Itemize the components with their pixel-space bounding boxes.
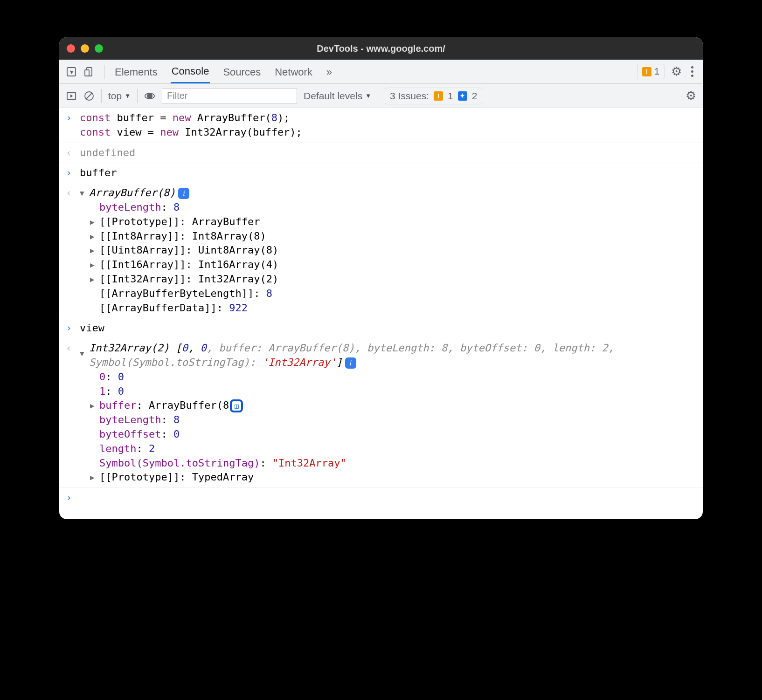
console-output: › const buffer = new ArrayBuffer(8); con… xyxy=(59,108,703,519)
prompt-icon: › xyxy=(66,166,80,180)
kebab-icon[interactable] xyxy=(688,66,696,77)
expand-arrow-icon[interactable]: ▶ xyxy=(90,258,99,270)
console-input-row: › view xyxy=(59,318,703,338)
object-property[interactable]: 1: 0 xyxy=(90,384,697,399)
tab-sources[interactable]: Sources xyxy=(222,61,262,83)
prompt-icon: › xyxy=(66,491,80,505)
devtools-window: DevTools - www.google.com/ Elements Cons… xyxy=(59,37,703,519)
undefined-result: undefined xyxy=(80,146,697,160)
warning-icon: ! xyxy=(642,67,651,76)
console-input-row: › const buffer = new ArrayBuffer(8); con… xyxy=(59,108,703,143)
info-icon: ✦ xyxy=(458,91,467,101)
object-property[interactable]: ▶[[Int8Array]]: Int8Array(8) xyxy=(90,229,697,244)
clear-console-icon[interactable] xyxy=(83,90,95,102)
code-line[interactable]: view xyxy=(80,321,697,336)
expand-arrow-icon[interactable]: ▼ xyxy=(80,186,89,199)
expand-arrow-icon[interactable]: ▶ xyxy=(90,470,99,483)
console-object-row: ‹ ▼ Int32Array(2) [0, 0, buffer: ArrayBu… xyxy=(59,338,703,488)
console-input-row: › buffer xyxy=(59,163,703,183)
expand-arrow-icon[interactable]: ▶ xyxy=(90,215,99,227)
tab-network[interactable]: Network xyxy=(274,61,313,83)
console-object-row: ‹ ▼ ArrayBuffer(8)i byteLength: 8 ▶[[Pro… xyxy=(59,183,703,318)
object-property[interactable]: [[ArrayBufferByteLength]]: 8 xyxy=(90,287,697,301)
object-property[interactable]: 0: 0 xyxy=(90,370,697,384)
object-property[interactable]: Symbol(Symbol.toStringTag): "Int32Array" xyxy=(90,456,697,471)
tab-console[interactable]: Console xyxy=(171,60,210,83)
expand-arrow-icon[interactable]: ▶ xyxy=(90,243,99,256)
context-select[interactable]: top ▼ xyxy=(108,90,131,102)
prompt-icon: › xyxy=(66,111,80,140)
object-header[interactable]: ▼ Int32Array(2) [0, 0, buffer: ArrayBuff… xyxy=(80,341,697,370)
object-property[interactable]: ▶[[Prototype]]: ArrayBuffer xyxy=(90,215,697,229)
object-property[interactable]: ▶buffer: ArrayBuffer(8 xyxy=(90,398,697,413)
settings-icon[interactable]: ⚙ xyxy=(671,64,682,79)
object-property[interactable]: byteLength: 8 xyxy=(90,413,697,427)
object-property[interactable]: ▶[[Int16Array]]: Int16Array(4) xyxy=(90,258,697,272)
memory-inspector-icon[interactable] xyxy=(230,399,243,412)
expand-arrow-icon[interactable]: ▶ xyxy=(90,229,99,242)
object-property[interactable]: [[ArrayBufferData]]: 922 xyxy=(90,301,697,316)
inspect-icon[interactable] xyxy=(66,66,77,77)
expand-arrow-icon[interactable]: ▶ xyxy=(90,272,99,285)
svg-line-5 xyxy=(86,93,92,99)
object-property[interactable]: byteLength: 8 xyxy=(90,200,697,215)
code-line[interactable]: buffer xyxy=(80,166,697,180)
code-line[interactable]: const buffer = new ArrayBuffer(8); const… xyxy=(80,111,697,140)
levels-select[interactable]: Default levels ▼ xyxy=(304,90,371,102)
object-property[interactable]: byteOffset: 0 xyxy=(90,427,697,442)
titlebar: DevTools - www.google.com/ xyxy=(59,37,703,60)
expand-arrow-icon[interactable]: ▶ xyxy=(90,398,99,411)
prompt-icon: › xyxy=(66,321,80,336)
info-badge-icon[interactable]: i xyxy=(178,188,189,199)
window-title: DevTools - www.google.com/ xyxy=(59,43,703,54)
warnings-badge[interactable]: ! 1 xyxy=(637,64,665,79)
filter-input[interactable]: Filter xyxy=(162,88,297,104)
device-icon[interactable] xyxy=(83,66,95,77)
toggle-sidebar-icon[interactable] xyxy=(66,90,77,102)
tab-more[interactable]: » xyxy=(326,61,333,83)
warning-count: 1 xyxy=(654,66,659,77)
svg-point-6 xyxy=(147,93,152,99)
issues-button[interactable]: 3 Issues: ! 1 ✦ 2 xyxy=(385,88,482,104)
panel-tabs: Elements Console Sources Network » xyxy=(114,60,333,83)
svg-rect-2 xyxy=(85,70,89,76)
object-property[interactable]: ▶[[Int32Array]]: Int32Array(2) xyxy=(90,272,697,287)
warning-icon: ! xyxy=(434,91,443,101)
expand-arrow-icon[interactable]: ▼ xyxy=(80,341,89,359)
console-toolbar: top ▼ Filter Default levels ▼ 3 Issues: … xyxy=(59,84,703,108)
console-prompt-row[interactable]: › xyxy=(59,488,703,519)
object-property[interactable]: ▶[[Prototype]]: TypedArray xyxy=(90,470,697,485)
info-badge-icon[interactable]: i xyxy=(345,357,356,369)
object-property[interactable]: ▶[[Uint8Array]]: Uint8Array(8) xyxy=(90,243,697,258)
tab-elements[interactable]: Elements xyxy=(114,61,159,83)
console-settings-icon[interactable]: ⚙ xyxy=(686,89,696,103)
return-icon: ‹ xyxy=(66,186,80,315)
live-expression-icon[interactable] xyxy=(144,90,155,102)
return-icon: ‹ xyxy=(66,146,80,160)
console-result-row: ‹ undefined xyxy=(59,143,703,164)
main-toolbar: Elements Console Sources Network » ! 1 ⚙ xyxy=(59,60,703,84)
return-icon: ‹ xyxy=(66,341,80,485)
object-property[interactable]: length: 2 xyxy=(90,442,697,456)
object-header[interactable]: ▼ ArrayBuffer(8)i xyxy=(80,186,697,200)
